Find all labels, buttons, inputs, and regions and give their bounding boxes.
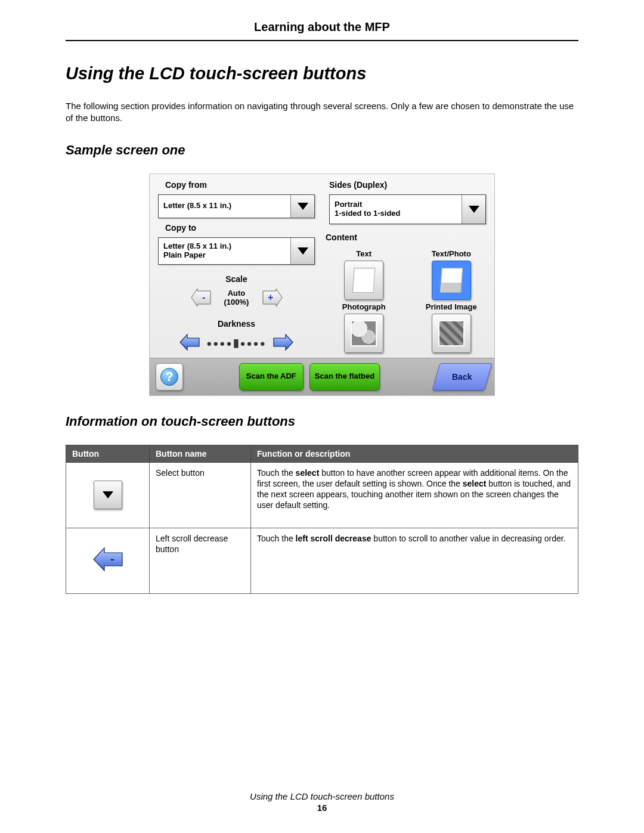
header-rule [66,40,578,41]
lcd-screenshot: Copy from Letter (8.5 x 11 in.) Copy to … [149,174,495,396]
cell-select-desc: Touch the select button to have another … [251,462,578,528]
darkness-label: Darkness [158,319,315,329]
sides-value-line2: 1-sided to 1-sided [335,209,457,218]
section-sample-screen: Sample screen one [66,143,578,158]
cell-leftscroll-icon: - [66,528,150,593]
copy-to-select[interactable]: Letter (8.5 x 11 in.) Plain Paper [158,237,315,265]
document-icon [352,268,376,293]
sides-label: Sides (Duplex) [329,180,486,190]
scale-value-line2: (100%) [218,298,256,307]
section-info-buttons: Information on touch-screen buttons [66,414,578,429]
chevron-down-icon[interactable] [290,195,314,218]
copy-to-value-line1: Letter (8.5 x 11 in.) [163,242,286,251]
question-mark-icon: ? [160,368,178,386]
content-textphoto-button[interactable] [432,261,471,300]
buttons-table: Button Button name Function or descripti… [66,445,578,594]
arrow-left-icon[interactable] [179,333,200,353]
darkness-scale: ●●●●▮●●●● [206,336,267,349]
cell-leftscroll-name: Left scroll decrease button [150,528,251,593]
arrow-right-icon[interactable] [273,333,294,353]
scroll-left-decrease-icon[interactable]: - [190,289,212,308]
printed-image-icon [438,320,465,346]
svg-text:+: + [268,292,273,302]
sides-select[interactable]: Portrait 1-sided to 1-sided [329,194,486,224]
scan-adf-button[interactable]: Scan the ADF [239,363,304,391]
th-description: Function or description [251,445,578,462]
chevron-down-icon[interactable] [462,195,485,224]
copy-from-value: Letter (8.5 x 11 in.) [163,202,286,210]
intro-text: The following section provides informati… [66,100,578,125]
table-row: Select button Touch the select button to… [66,462,578,528]
copy-from-label: Copy from [158,180,315,190]
footer-page-number: 16 [0,803,644,813]
content-printed-label: Printed Image [417,302,487,311]
chevron-down-icon[interactable] [290,238,314,264]
copy-to-value-line2: Plain Paper [163,251,286,260]
copy-to-label: Copy to [158,223,315,233]
select-button-icon [94,481,122,509]
scale-label: Scale [158,274,315,284]
th-button-name: Button name [150,445,251,462]
cell-select-icon [66,462,150,528]
cell-leftscroll-desc: Touch the left scroll decrease button to… [251,528,578,593]
scan-flatbed-button[interactable]: Scan the flatbed [309,363,380,391]
scroll-right-increase-icon[interactable]: + [262,289,283,308]
page-title: Using the LCD touch-screen buttons [66,64,578,83]
photograph-icon [351,320,377,346]
table-row: - Left scroll decrease button Touch the … [66,528,578,593]
content-photograph-label: Photograph [329,302,399,311]
cell-select-name: Select button [150,462,251,528]
svg-text:-: - [202,292,205,302]
page-header: Learning about the MFP [66,20,578,40]
back-button[interactable]: Back [432,363,492,391]
sides-value-line1: Portrait [335,200,457,209]
page-footer: Using the LCD touch-screen buttons 16 [0,791,644,813]
th-button: Button [66,445,150,462]
content-label: Content [326,233,486,242]
svg-text:-: - [110,552,114,565]
content-text-button[interactable] [344,261,383,300]
content-printed-button[interactable] [432,314,471,353]
content-textphoto-label: Text/Photo [417,249,487,258]
content-text-label: Text [329,249,399,258]
left-scroll-decrease-icon: - [91,546,125,573]
help-button[interactable]: ? [156,363,183,391]
content-photograph-button[interactable] [344,314,383,353]
copy-from-select[interactable]: Letter (8.5 x 11 in.) [158,194,315,218]
footer-title: Using the LCD touch-screen buttons [0,791,644,801]
document-photo-icon [439,268,463,293]
scale-value-line1: Auto [218,289,256,298]
